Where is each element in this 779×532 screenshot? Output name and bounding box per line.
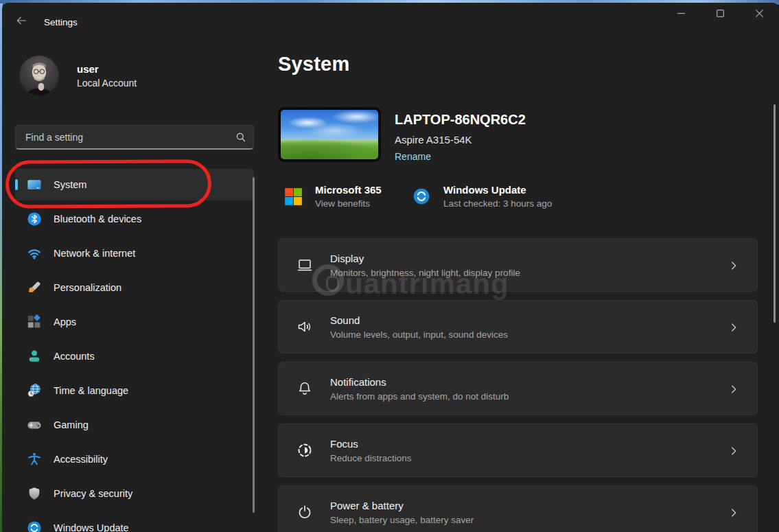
card-subtitle: Volume levels, output, input, sound devi… bbox=[330, 329, 508, 340]
bluetooth-icon bbox=[27, 211, 42, 227]
back-arrow-icon bbox=[15, 14, 27, 30]
maximize-icon bbox=[716, 8, 725, 21]
window-title: Settings bbox=[44, 17, 78, 27]
settings-card-notifications[interactable]: NotificationsAlerts from apps and system… bbox=[278, 362, 758, 415]
back-button[interactable] bbox=[12, 12, 31, 32]
close-icon bbox=[755, 8, 764, 21]
microsoft-365-logo bbox=[283, 187, 303, 206]
avatar bbox=[19, 56, 59, 95]
quick-link-subtitle: Last checked: 3 hours ago bbox=[443, 198, 552, 209]
network-icon bbox=[27, 246, 42, 261]
device-model: Aspire A315-54K bbox=[395, 134, 472, 146]
minimize-icon bbox=[677, 8, 686, 21]
accessibility-icon bbox=[27, 452, 42, 467]
card-subtitle: Reduce distractions bbox=[330, 453, 412, 463]
card-subtitle: Sleep, battery usage, battery saver bbox=[330, 515, 474, 525]
notifications-icon bbox=[297, 380, 313, 397]
settings-card-list: DisplayMonitors, brightness, night light… bbox=[278, 238, 758, 532]
quick-link-microsoft-365[interactable]: Microsoft 365 View benefits bbox=[283, 181, 382, 211]
sidebar-item-network-internet[interactable]: Network & internet bbox=[15, 238, 254, 269]
card-title: Power & battery bbox=[330, 500, 474, 511]
system-icon bbox=[27, 177, 42, 192]
settings-card-display[interactable]: DisplayMonitors, brightness, night light… bbox=[278, 238, 758, 292]
card-title: Focus bbox=[330, 438, 412, 450]
power-icon bbox=[297, 504, 313, 520]
sidebar-item-label: Accessibility bbox=[54, 454, 108, 465]
sidebar-item-accounts[interactable]: Accounts bbox=[15, 340, 254, 372]
sidebar-item-label: Gaming bbox=[54, 419, 89, 430]
settings-card-focus[interactable]: FocusReduce distractions bbox=[278, 424, 758, 477]
card-title: Sound bbox=[330, 314, 508, 326]
search-icon[interactable] bbox=[233, 132, 253, 143]
sidebar-item-label: Windows Update bbox=[54, 522, 129, 532]
focus-icon bbox=[297, 442, 313, 459]
display-icon bbox=[297, 257, 313, 273]
main-scrollbar[interactable] bbox=[774, 104, 776, 323]
sidebar-item-windows-update[interactable]: Windows Update bbox=[15, 512, 254, 532]
card-subtitle: Monitors, brightness, night light, displ… bbox=[330, 268, 520, 278]
sidebar-item-gaming[interactable]: Gaming bbox=[15, 409, 254, 441]
profile-name: user bbox=[77, 63, 99, 75]
quick-link-subtitle: View benefits bbox=[315, 198, 382, 209]
card-subtitle: Alerts from apps and system, do not dist… bbox=[330, 391, 509, 402]
maximize-button[interactable] bbox=[704, 4, 736, 25]
close-button[interactable] bbox=[743, 4, 775, 25]
personalization-icon bbox=[27, 280, 42, 295]
card-title: Display bbox=[330, 253, 520, 264]
sidebar-item-privacy-security[interactable]: Privacy & security bbox=[15, 478, 254, 509]
time-language-icon bbox=[27, 383, 42, 398]
apps-icon bbox=[27, 314, 42, 329]
sidebar-item-label: Accounts bbox=[54, 351, 95, 362]
sidebar-scrollbar[interactable] bbox=[253, 177, 255, 513]
rename-link[interactable]: Rename bbox=[395, 151, 431, 162]
card-title: Notifications bbox=[330, 376, 509, 388]
search-box bbox=[15, 125, 254, 150]
windows-update-icon bbox=[412, 187, 431, 206]
sidebar-item-personalization[interactable]: Personalization bbox=[15, 272, 254, 303]
sidebar-item-label: Time & language bbox=[54, 385, 128, 396]
quick-link-title: Windows Update bbox=[443, 184, 552, 196]
sidebar-item-label: Apps bbox=[54, 316, 76, 327]
sound-icon bbox=[297, 319, 313, 335]
settings-card-sound[interactable]: SoundVolume levels, output, input, sound… bbox=[278, 300, 758, 354]
chevron-right-icon bbox=[728, 507, 739, 518]
chevron-right-icon bbox=[728, 384, 739, 395]
screen: Settings user Local Account SystemBlue bbox=[0, 0, 779, 532]
settings-card-power-battery[interactable]: Power & batterySleep, battery usage, bat… bbox=[278, 485, 758, 532]
sidebar-item-label: Network & internet bbox=[54, 248, 135, 259]
sidebar-item-time-language[interactable]: Time & language bbox=[15, 375, 254, 406]
chevron-right-icon bbox=[728, 446, 739, 456]
sidebar-item-accessibility[interactable]: Accessibility bbox=[15, 443, 254, 475]
gaming-icon bbox=[27, 417, 42, 432]
chevron-right-icon bbox=[728, 322, 739, 333]
sidebar-item-apps[interactable]: Apps bbox=[15, 306, 254, 338]
minimize-button[interactable] bbox=[665, 4, 697, 25]
quick-link-windows-update[interactable]: Windows Update Last checked: 3 hours ago bbox=[412, 181, 552, 211]
sidebar-item-system[interactable]: System bbox=[15, 169, 254, 200]
accounts-icon bbox=[27, 349, 42, 364]
privacy-security-icon bbox=[27, 486, 42, 501]
sidebar-item-label: System bbox=[54, 179, 86, 190]
sidebar-item-label: Privacy & security bbox=[54, 488, 132, 499]
sidebar-item-label: Personalization bbox=[54, 282, 121, 293]
sidebar-item-label: Bluetooth & devices bbox=[54, 213, 141, 224]
windows-update-icon bbox=[27, 520, 42, 532]
profile-account-type: Local Account bbox=[77, 78, 137, 89]
page-title: System bbox=[278, 53, 349, 76]
device-thumbnail bbox=[278, 107, 381, 162]
chevron-right-icon bbox=[728, 260, 739, 271]
sidebar-item-bluetooth-devices[interactable]: Bluetooth & devices bbox=[15, 203, 254, 235]
selected-indicator-pill bbox=[15, 179, 18, 190]
quick-link-title: Microsoft 365 bbox=[315, 184, 382, 196]
search-input[interactable] bbox=[16, 132, 233, 143]
device-name: LAPTOP-86NQR6C2 bbox=[395, 112, 526, 128]
sidebar-nav: SystemBluetooth & devicesNetwork & inter… bbox=[15, 169, 254, 532]
